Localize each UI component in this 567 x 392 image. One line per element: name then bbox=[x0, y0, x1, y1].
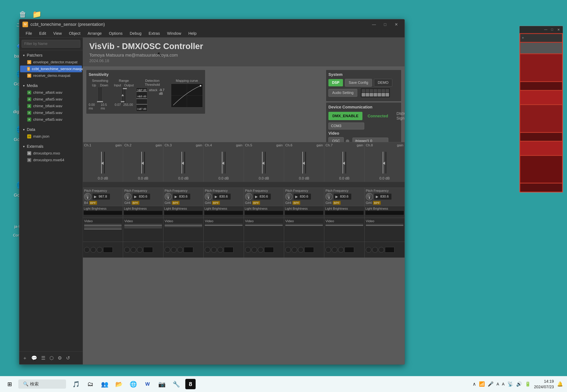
sw-maximize-button[interactable]: □ bbox=[549, 27, 555, 32]
minimize-button[interactable]: — bbox=[369, 21, 379, 28]
sidebar-section-media-header[interactable]: ▼ Media bbox=[19, 82, 83, 89]
menu-view[interactable]: View bbox=[50, 30, 65, 37]
settings-icon[interactable]: ⚙ bbox=[57, 354, 63, 362]
sidebar-file-ccbt[interactable]: M ccbt_tonechime_sensor.maxpat bbox=[20, 66, 82, 72]
taskbar-icon-folder[interactable]: 🗂 bbox=[85, 379, 95, 389]
sidebar-file-aflat4[interactable]: A chime_aflat4.wav bbox=[20, 89, 82, 96]
range-fader-in[interactable] bbox=[122, 87, 123, 103]
fader-down-handle bbox=[99, 101, 103, 102]
ch4-gain-fader[interactable] bbox=[225, 152, 225, 174]
v2l4 bbox=[124, 228, 162, 228]
ime-icon[interactable]: A bbox=[502, 382, 505, 386]
menu-debug[interactable]: Debug bbox=[127, 30, 145, 37]
sidebar-file-mxo[interactable]: M dmxusbpro.mxo bbox=[20, 150, 82, 157]
sw-close-button[interactable]: ✕ bbox=[556, 27, 561, 32]
menu-arrange[interactable]: Arrange bbox=[85, 30, 105, 37]
dmx-enable-button[interactable]: DMX_ENABLE bbox=[328, 112, 362, 120]
battery-icon[interactable]: 🔋 bbox=[525, 381, 531, 387]
taskbar-icon-word[interactable]: W bbox=[142, 379, 153, 389]
sidebar-file-receive[interactable]: M receive_demo.maxpat bbox=[20, 72, 82, 79]
layers-icon[interactable]: ⬡ bbox=[49, 354, 55, 362]
taskbar-clock[interactable]: 14:19 2024/07/23 bbox=[534, 378, 554, 390]
ch2-gain-fader[interactable] bbox=[144, 152, 145, 174]
fader-down[interactable] bbox=[101, 87, 101, 103]
ch1-gain-fader[interactable] bbox=[104, 152, 105, 174]
save-config-button[interactable]: Save Config bbox=[345, 79, 372, 87]
menu-extras[interactable]: Extras bbox=[146, 30, 163, 37]
v2l1 bbox=[124, 224, 162, 224]
ch8-gain-fader[interactable] bbox=[386, 152, 386, 174]
bpf-badge-1: BPF bbox=[89, 201, 97, 205]
mic-icon[interactable]: 🎤 bbox=[488, 381, 494, 387]
pitch-knob-2[interactable] bbox=[124, 193, 131, 200]
refresh-icon[interactable]: ↺ bbox=[65, 354, 71, 362]
range-fader-out[interactable] bbox=[124, 87, 125, 103]
pitch-knob-4[interactable] bbox=[205, 193, 212, 200]
fader-up[interactable] bbox=[99, 87, 99, 103]
menu-options[interactable]: Options bbox=[106, 30, 126, 37]
pitch-knob-3[interactable] bbox=[164, 193, 172, 200]
search-bar[interactable]: 🔍 検索 bbox=[18, 379, 66, 389]
circle-6b bbox=[292, 247, 297, 252]
chevron-up-icon[interactable]: ∧ bbox=[473, 381, 476, 387]
wifi-icon[interactable]: 📡 bbox=[507, 381, 513, 387]
v2l2 bbox=[124, 225, 162, 226]
menu-file[interactable]: File bbox=[22, 30, 35, 37]
v8l1 bbox=[366, 224, 403, 224]
taskbar-icon-tool[interactable]: 🔧 bbox=[171, 379, 181, 389]
knob-dot-6 bbox=[288, 196, 289, 199]
add-button[interactable]: ＋ bbox=[22, 354, 28, 362]
pitch-knob-1[interactable] bbox=[84, 193, 91, 200]
ch7-gain-fader[interactable] bbox=[345, 152, 346, 174]
sidebar-file-bflat5[interactable]: A chime_bflat5.wav bbox=[20, 109, 82, 116]
sidebar-section-patchers-header[interactable]: ▼ Patchers bbox=[19, 52, 83, 59]
taskbar-icon-8[interactable]: 8 bbox=[185, 379, 196, 389]
sidebar-file-eflat5[interactable]: A chime_eflat5.wav bbox=[20, 116, 82, 123]
dsp-button[interactable]: DSP bbox=[328, 79, 343, 86]
filter-input[interactable] bbox=[22, 40, 80, 48]
taskbar-icon-camera[interactable]: 📷 bbox=[157, 379, 167, 389]
sidebar-section-externals-header[interactable]: ▼ Externals bbox=[19, 143, 83, 150]
audio-setting-button[interactable]: Audio Setting bbox=[328, 89, 357, 97]
v5l1 bbox=[245, 224, 283, 224]
taskbar-icon-chrome[interactable]: 🌐 bbox=[128, 379, 138, 389]
menu-edit[interactable]: Edit bbox=[36, 30, 49, 37]
font-icon[interactable]: A bbox=[496, 382, 499, 386]
com-port-input[interactable] bbox=[328, 123, 364, 129]
close-button[interactable]: ✕ bbox=[391, 21, 401, 28]
ch3-gain-fader[interactable] bbox=[184, 152, 185, 174]
mxo-icon: M bbox=[27, 151, 31, 155]
taskbar-icon-teams[interactable]: 👥 bbox=[99, 379, 110, 389]
grid-cell-10 bbox=[370, 93, 373, 97]
sidebar-file-mainjson[interactable]: JS main.json bbox=[20, 133, 82, 140]
notification-icon[interactable]: 🔔 bbox=[557, 381, 563, 387]
channel-strip-5: Ch.5 gain 0.0 dB bbox=[244, 142, 284, 182]
sidebar-file-aflat5[interactable]: A chime_aflat5.wav bbox=[20, 96, 82, 103]
brightness-ch3: Light Brightness bbox=[164, 206, 204, 218]
sidebar-section-data-header[interactable]: ▼ Data bbox=[19, 126, 83, 133]
sidebar-file-envelope[interactable]: M envelope_detector.maxpat bbox=[20, 59, 82, 66]
pitch-knob-6[interactable] bbox=[285, 193, 292, 200]
threshold-scale[interactable]: high -2.7 dB mid -5.5 dB low -27 dB bbox=[136, 88, 147, 112]
taskbar-icon-explorer[interactable]: 📂 bbox=[114, 379, 124, 389]
maximize-button[interactable]: □ bbox=[380, 21, 390, 28]
comment-icon[interactable]: 💬 bbox=[30, 354, 38, 362]
ch6-gain-fader[interactable] bbox=[305, 152, 306, 174]
pitch-knob-5[interactable] bbox=[245, 193, 252, 200]
sw-minimize-button[interactable]: — bbox=[543, 27, 549, 32]
demo-button[interactable]: DEMO bbox=[374, 79, 392, 87]
pitch-knob-7[interactable] bbox=[326, 193, 333, 200]
menu-object[interactable]: Object bbox=[66, 30, 84, 37]
start-button[interactable]: ⊞ bbox=[4, 378, 15, 390]
ch5-gain-fader[interactable] bbox=[265, 152, 266, 174]
menu-help[interactable]: Help bbox=[185, 30, 200, 37]
menu-window[interactable]: Window bbox=[164, 30, 184, 37]
list-icon[interactable]: ☰ bbox=[40, 354, 46, 362]
taskbar-icon-music[interactable]: 🎵 bbox=[71, 379, 81, 389]
network-icon[interactable]: 📶 bbox=[479, 381, 485, 387]
volume-icon[interactable]: 🔊 bbox=[516, 381, 522, 387]
sidebar-file-mxe64[interactable]: M dmxusbpro.mxe64 bbox=[20, 157, 82, 163]
sidebar-toolbar: ＋ 💬 ☰ ⬡ ⚙ ↺ bbox=[19, 351, 83, 364]
sidebar-file-bflat4[interactable]: A chime_bflat4.wav bbox=[20, 103, 82, 109]
pitch-knob-8[interactable] bbox=[366, 193, 373, 200]
